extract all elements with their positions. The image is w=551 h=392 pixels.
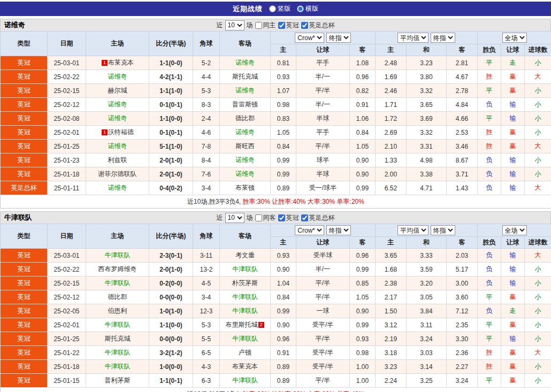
filter-championship[interactable]: 英冠 (278, 213, 299, 222)
team-name-link[interactable]: 伯恩利 (108, 307, 127, 314)
odds-home: 0.93 (271, 70, 296, 84)
filter-championship[interactable]: 英冠 (278, 21, 299, 30)
result-handicap: 走 (501, 56, 525, 70)
score-link[interactable]: 3-2(1-2) (149, 346, 193, 360)
layout-option-horizontal[interactable]: 横版 (297, 4, 318, 13)
fa-cup-checkbox[interactable] (301, 214, 308, 221)
team-name-link[interactable]: 德比郡 (108, 293, 127, 301)
team-name-link[interactable]: 赫尔城 (108, 87, 127, 94)
team-name-link[interactable]: 诺维奇 (235, 170, 255, 178)
team-name-link[interactable]: 诺维奇 (235, 156, 255, 164)
team-name-link[interactable]: 诺维奇 (235, 87, 255, 94)
score-link[interactable]: 0-1(0-1) (149, 98, 193, 112)
team-name-link[interactable]: 诺维奇 (108, 73, 127, 80)
team-name-link[interactable]: 诺维奇 (235, 59, 255, 66)
score-link[interactable]: 4-2(1-1) (149, 70, 193, 84)
avg-draw: 3.05 (407, 290, 447, 304)
team-name-link[interactable]: 牛津联队 (105, 321, 131, 328)
score-link[interactable]: 0-4(0-2) (149, 181, 193, 195)
team-name-link[interactable]: 诺维奇 (108, 101, 127, 108)
avg-away: 8.67 (447, 153, 478, 167)
championship-checkbox[interactable] (278, 214, 285, 221)
team-name-link[interactable]: 普雷斯顿 (232, 101, 258, 108)
team-name-link[interactable]: 斯托克城 (105, 335, 131, 342)
team-name-link[interactable]: 谢菲尔德联队 (98, 170, 137, 178)
team-name-link[interactable]: 布莱克本 (108, 59, 134, 66)
team-name-link[interactable]: 西布罗姆维奇 (98, 265, 137, 273)
score-link[interactable]: 1-1(0-1) (149, 374, 193, 388)
match-row: 英冠25-03-01牛津联队2-3(0-1)3-11考文垂0.93受半球0.96… (1, 249, 551, 263)
team-name-link[interactable]: 考文垂 (235, 251, 255, 259)
score-link[interactable]: 1-0(1-0) (149, 304, 193, 318)
avg-stage-select[interactable]: 终指 (431, 33, 455, 43)
average-select[interactable]: 平均值 (397, 225, 428, 235)
score-link[interactable]: 0-1(0-1) (149, 126, 193, 140)
score-link[interactable]: 1-1(0-0) (149, 56, 193, 70)
team-name-link[interactable]: 斯旺西 (235, 142, 255, 150)
horizontal-layout-radio[interactable] (297, 5, 304, 12)
match-date: 25-01-15 (48, 374, 86, 388)
home-team-cell: 牛津联队 (86, 249, 149, 263)
filter-same-home[interactable]: 同主 (255, 21, 276, 30)
score-link[interactable]: 2-0(1-0) (149, 167, 193, 181)
average-select[interactable]: 平均值 (397, 33, 428, 43)
team-name-link[interactable]: 斯托克城 (232, 73, 258, 80)
score-link[interactable]: 2-0(1-0) (149, 263, 193, 276)
team-name-link[interactable]: 牛津联队 (232, 307, 258, 314)
fa-cup-checkbox[interactable] (301, 22, 308, 29)
team-name-link[interactable]: 利兹联 (108, 156, 127, 164)
team-name-link[interactable]: 诺维奇 (108, 184, 127, 191)
recent-count-select[interactable]: 10 (225, 20, 244, 30)
team-name-link[interactable]: 诺维奇 (235, 128, 255, 136)
scope-select[interactable]: 全场 (502, 225, 527, 235)
result-outcome: 平 (478, 112, 501, 126)
team-name-link[interactable]: 牛津联队 (105, 349, 131, 356)
score-link[interactable]: 0-0(0-0) (149, 332, 193, 346)
score-link[interactable]: 1-1(1-0) (149, 84, 193, 98)
team-name-link[interactable]: 德比郡 (235, 114, 255, 122)
score-link[interactable]: 1-0(0-0) (149, 360, 193, 374)
team-name-link[interactable]: 沃特福德 (108, 128, 134, 136)
bookmaker-select[interactable]: Crow* (295, 33, 324, 43)
team-name-link[interactable]: 卢顿 (239, 349, 251, 356)
team-name-link[interactable]: 诺维奇 (108, 114, 127, 122)
recent-count-select[interactable]: 10 (225, 213, 244, 223)
score-link[interactable]: 5-1(1-0) (149, 140, 193, 153)
filter-fa-cup[interactable]: 英足总杯 (301, 21, 335, 30)
score-link[interactable]: 0-0(0-0) (149, 290, 193, 304)
team-name-link[interactable]: 牛津联队 (105, 363, 131, 370)
score-link[interactable]: 0-2(0-0) (149, 276, 193, 290)
layout-option-vertical[interactable]: 竖版 (269, 4, 290, 13)
away-team-cell: 布里斯托城2 (220, 318, 271, 332)
same-away-checkbox[interactable] (255, 214, 262, 221)
score-link[interactable]: 2-3(0-1) (149, 249, 193, 263)
team-name-link[interactable]: 牛津联队 (105, 279, 131, 287)
scope-select[interactable]: 全场 (502, 33, 527, 43)
team-name-link[interactable]: 牛津联队 (105, 251, 131, 259)
team-name-link[interactable]: 牛津联队 (232, 265, 258, 273)
team-name-link[interactable]: 布莱顿 (235, 184, 255, 191)
team-name-link[interactable]: 朴茨茅斯 (232, 279, 258, 287)
team-name-link[interactable]: 牛津联队 (232, 376, 258, 384)
filter-same-away[interactable]: 同客 (255, 213, 276, 222)
same-home-checkbox[interactable] (255, 22, 262, 29)
odds-stage-select[interactable]: 终指 (326, 33, 351, 43)
match-date: 25-02-08 (48, 112, 86, 126)
score-link[interactable]: 1-1(0-0) (149, 112, 193, 126)
bookmaker-select[interactable]: Crow* (295, 225, 324, 235)
score-link[interactable]: 2-0(1-0) (149, 153, 193, 167)
filter-fa-cup[interactable]: 英足总杯 (301, 213, 335, 222)
vertical-layout-radio[interactable] (269, 5, 276, 12)
team-name-link[interactable]: 布莱克本 (232, 363, 258, 370)
team-name-link[interactable]: 布里斯托城 (226, 321, 258, 328)
score-link[interactable]: 1-1(0-0) (149, 318, 193, 332)
championship-checkbox[interactable] (278, 22, 285, 29)
odds-stage-select[interactable]: 终指 (326, 225, 351, 235)
odds-home: 0.96 (271, 332, 296, 346)
avg-stage-select[interactable]: 终指 (431, 225, 455, 235)
team-name-link[interactable]: 诺维奇 (108, 142, 127, 150)
match-date: 25-01-18 (48, 360, 86, 374)
team-name-link[interactable]: 牛津联队 (232, 293, 258, 301)
team-name-link[interactable]: 牛津联队 (232, 335, 258, 342)
team-name-link[interactable]: 普利茅斯 (105, 376, 131, 384)
